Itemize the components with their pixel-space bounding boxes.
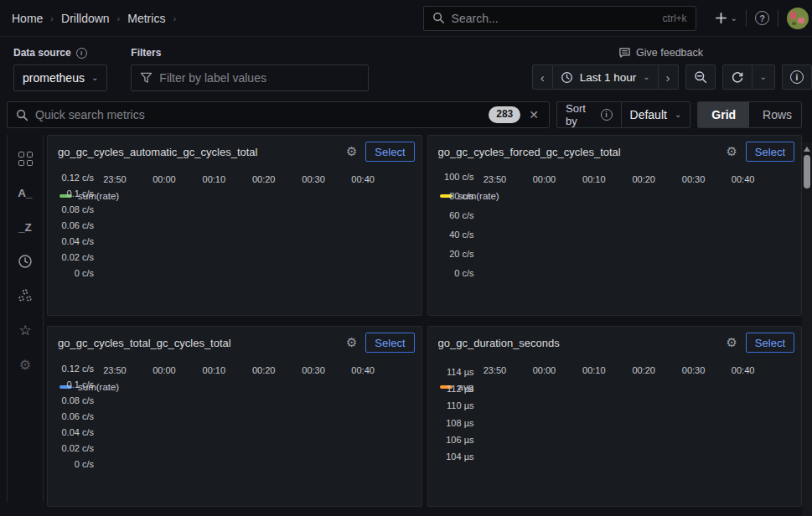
metric-panel: go_gc_cycles_forced_gc_cycles_total ⚙ Se… bbox=[427, 135, 803, 316]
metric-panel: go_gc_cycles_automatic_gc_cycles_total ⚙… bbox=[47, 135, 422, 316]
panel-header: go_gc_cycles_forced_gc_cycles_total ⚙ Se… bbox=[428, 136, 802, 162]
view-rows-button[interactable]: Rows bbox=[749, 102, 802, 127]
clock-icon bbox=[18, 254, 33, 269]
time-shift-back-button[interactable]: ‹ bbox=[532, 64, 553, 90]
metric-panel: go_gc_cycles_total_gc_cycles_total ⚙ Sel… bbox=[47, 326, 422, 507]
datasource-value: prometheus bbox=[23, 71, 85, 85]
gear-icon[interactable]: ⚙ bbox=[346, 144, 357, 159]
funnel-icon bbox=[140, 72, 153, 84]
gear-icon[interactable]: ⚙ bbox=[346, 335, 357, 350]
cluster-dots-icon bbox=[18, 288, 33, 303]
view-mode-toggle: Grid Rows bbox=[697, 101, 802, 128]
panel-header: go_gc_duration_seconds ⚙ Select bbox=[428, 327, 802, 353]
metrics-search-row: Quick search metrics 283 ✕ Sort by i Def… bbox=[0, 101, 812, 128]
chevron-down-icon: ⌄ bbox=[731, 14, 737, 23]
panel-select-button[interactable]: Select bbox=[365, 333, 414, 353]
metrics-count-badge: 283 bbox=[489, 106, 520, 123]
time-cluster: Give feedback ‹ Last 1 hour ⌄ › ⌄ bbox=[532, 45, 802, 91]
zoom-out-icon bbox=[694, 70, 707, 84]
panel-title: go_gc_cycles_automatic_gc_cycles_total bbox=[58, 146, 338, 158]
sidebar-item-all-metrics[interactable] bbox=[18, 150, 33, 167]
scroll-up-arrow-icon[interactable] bbox=[804, 147, 810, 152]
info-icon[interactable]: i bbox=[601, 109, 613, 121]
global-search-placeholder: Search... bbox=[452, 12, 656, 25]
breadcrumb: Home › Drilldown › Metrics › bbox=[12, 12, 176, 25]
panels-grid: go_gc_cycles_automatic_gc_cycles_total ⚙… bbox=[47, 135, 802, 502]
breadcrumb-drilldown[interactable]: Drilldown bbox=[61, 12, 110, 25]
controls-row: Data source i prometheus ⌄ Filters Filte… bbox=[0, 37, 812, 101]
chevron-down-icon: ⌄ bbox=[675, 111, 681, 119]
sort-prefix-icon: A_ bbox=[18, 187, 32, 199]
time-range-label: Last 1 hour bbox=[580, 71, 637, 84]
filters-group: Filters Filter by label values bbox=[131, 45, 369, 91]
gear-icon[interactable]: ⚙ bbox=[726, 144, 737, 159]
chevron-down-icon: ⌄ bbox=[91, 74, 98, 82]
info-button[interactable]: i bbox=[782, 64, 812, 90]
sort-by-label: Sort by bbox=[566, 102, 595, 127]
main-content: A_ _Z ☆ ⚙ go_gc_cycles_automatic_gc_cycl… bbox=[0, 128, 812, 502]
legend: sum(rate) bbox=[48, 379, 422, 392]
chevron-left-icon: ‹ bbox=[540, 71, 545, 84]
refresh-button[interactable] bbox=[722, 64, 753, 90]
top-nav-bar: Home › Drilldown › Metrics › Search... c… bbox=[0, 0, 812, 37]
gear-icon[interactable]: ⚙ bbox=[726, 335, 737, 350]
panel-title: go_gc_cycles_forced_gc_cycles_total bbox=[438, 146, 718, 158]
global-search-input[interactable]: Search... ctrl+k bbox=[423, 6, 696, 31]
gear-icon: ⚙ bbox=[19, 357, 31, 373]
sort-suffix-icon: _Z bbox=[18, 221, 32, 234]
search-icon bbox=[16, 109, 28, 121]
sidebar-item-suffix-filter[interactable]: _Z bbox=[18, 219, 32, 235]
refresh-icon bbox=[731, 70, 744, 84]
sidebar-item-settings[interactable]: ⚙ bbox=[19, 356, 31, 373]
time-shift-forward-button[interactable]: › bbox=[659, 64, 679, 90]
new-menu-button[interactable]: ⌄ bbox=[715, 12, 737, 24]
user-avatar[interactable] bbox=[787, 8, 809, 29]
divider bbox=[746, 10, 747, 27]
vertical-scrollbar[interactable] bbox=[802, 142, 812, 516]
sort-select[interactable]: Default ⌄ bbox=[621, 101, 691, 128]
sidebar-item-groups[interactable] bbox=[18, 287, 33, 304]
breadcrumb-home[interactable]: Home bbox=[12, 12, 43, 25]
sort-value: Default bbox=[630, 108, 667, 121]
sidebar-rail: A_ _Z ☆ ⚙ bbox=[7, 135, 44, 502]
comment-icon bbox=[618, 47, 631, 59]
sidebar-item-prefix-filter[interactable]: A_ bbox=[18, 184, 32, 201]
filter-placeholder: Filter by label values bbox=[159, 71, 266, 85]
clock-icon bbox=[561, 71, 573, 84]
chevron-right-icon: › bbox=[117, 13, 121, 23]
legend: avg bbox=[428, 379, 802, 392]
panel-select-button[interactable]: Select bbox=[365, 142, 414, 162]
refresh-interval-button[interactable]: ⌄ bbox=[753, 64, 775, 90]
panel-select-button[interactable]: Select bbox=[746, 333, 794, 353]
clear-search-icon[interactable]: ✕ bbox=[527, 108, 540, 121]
sort-group: Sort by i Default ⌄ bbox=[556, 101, 690, 128]
scrollbar-thumb[interactable] bbox=[804, 155, 810, 188]
time-controls: ‹ Last 1 hour ⌄ › ⌄ i bbox=[532, 64, 812, 90]
zoom-out-time-button[interactable] bbox=[685, 64, 716, 90]
sidebar-item-favorites[interactable]: ☆ bbox=[18, 322, 31, 338]
datasource-group: Data source i prometheus ⌄ bbox=[13, 45, 107, 91]
chevron-down-icon: ⌄ bbox=[643, 73, 649, 81]
panel-header: go_gc_cycles_automatic_gc_cycles_total ⚙… bbox=[48, 136, 422, 162]
panel-select-button[interactable]: Select bbox=[746, 142, 794, 162]
metric-panel: go_gc_duration_seconds ⚙ Select 114 µs11… bbox=[427, 326, 803, 507]
give-feedback-link[interactable]: Give feedback bbox=[618, 45, 703, 60]
panel-title: go_gc_duration_seconds bbox=[438, 337, 718, 349]
help-button[interactable]: ? bbox=[755, 11, 769, 25]
question-icon: ? bbox=[755, 11, 769, 25]
sidebar-item-recent[interactable] bbox=[18, 253, 33, 270]
topbar-actions: ⌄ ? bbox=[715, 8, 800, 29]
label-filter-input[interactable]: Filter by label values bbox=[131, 64, 369, 91]
time-range-segment: ‹ Last 1 hour ⌄ › bbox=[532, 64, 679, 90]
view-grid-button[interactable]: Grid bbox=[698, 102, 749, 127]
quick-search-input[interactable]: Quick search metrics 283 ✕ bbox=[7, 101, 550, 128]
info-icon: i bbox=[790, 70, 804, 84]
datasource-picker[interactable]: prometheus ⌄ bbox=[13, 64, 107, 91]
x-axis: 23:5000:0000:1000:2000:3000:40 bbox=[100, 363, 413, 379]
filters-label-row: Filters bbox=[131, 45, 369, 60]
info-icon[interactable]: i bbox=[76, 48, 87, 59]
breadcrumb-metrics[interactable]: Metrics bbox=[127, 12, 165, 25]
refresh-segment: ⌄ bbox=[722, 64, 775, 90]
chevron-down-icon: ⌄ bbox=[760, 73, 767, 81]
time-range-picker-button[interactable]: Last 1 hour ⌄ bbox=[553, 64, 659, 90]
